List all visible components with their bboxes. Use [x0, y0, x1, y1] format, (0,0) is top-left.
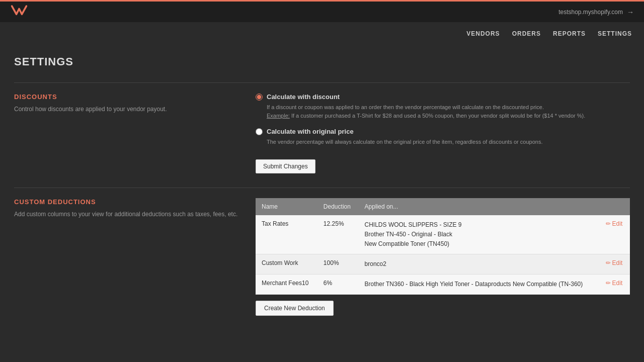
- main-nav: VENDORS ORDERS REPORTS SETTINGS: [0, 22, 644, 45]
- discounts-left: DISCOUNTS Control how discounts are appl…: [14, 93, 246, 173]
- table-header: Name Deduction Applied on...: [256, 198, 630, 215]
- nav-item-settings[interactable]: SETTINGS: [598, 30, 632, 37]
- col-header-applied: Applied on...: [359, 198, 600, 215]
- row-2-edit-button[interactable]: ✏Edit: [606, 259, 623, 266]
- nav-item-orders[interactable]: ORDERS: [512, 30, 541, 37]
- store-url: testshop.myshopify.com: [558, 9, 623, 16]
- table-row: Tax Rates 12.25% CHILDS WOOL SLIPPERS - …: [256, 215, 630, 254]
- row-3-edit-label: Edit: [612, 280, 623, 287]
- row-1-applied-items: CHILDS WOOL SLIPPERS - SIZE 9 Brother TN…: [365, 220, 594, 249]
- row-2-name: Custom Work: [256, 254, 317, 275]
- discounts-section: DISCOUNTS Control how discounts are appl…: [14, 82, 630, 173]
- col-header-actions: [600, 198, 630, 215]
- row-1-edit-button[interactable]: ✏Edit: [606, 220, 623, 227]
- row-3-name: Merchant Fees10: [256, 275, 317, 295]
- row-1-applied-item-0: CHILDS WOOL SLIPPERS - SIZE 9: [365, 220, 594, 230]
- main-content: SETTINGS DISCOUNTS Control how discounts…: [0, 45, 644, 340]
- discount-option-1-desc: If a discount or coupon was applied to a…: [267, 103, 630, 120]
- row-1-applied-item-2: New Compatible Toner (TN450): [365, 239, 594, 249]
- custom-deductions-section: CUSTOM DEDUCTIONS Add custom columns to …: [14, 188, 630, 316]
- create-new-deduction-button[interactable]: Create New Deduction: [256, 301, 334, 316]
- deductions-right: Name Deduction Applied on... Tax Rates 1…: [256, 198, 630, 316]
- page-title: SETTINGS: [14, 55, 630, 68]
- logo: [10, 4, 28, 20]
- pencil-icon-2: ✏: [606, 259, 611, 266]
- col-header-name: Name: [256, 198, 317, 215]
- table-row: Merchant Fees10 6% Brother TN360 - Black…: [256, 275, 630, 295]
- row-3-applied: Brother TN360 - Black High Yield Toner -…: [359, 275, 600, 295]
- row-1-edit-label: Edit: [612, 220, 623, 227]
- discount-radio-1[interactable]: [256, 94, 263, 101]
- row-2-edit-label: Edit: [612, 259, 623, 266]
- row-3-applied-items: Brother TN360 - Black High Yield Toner -…: [365, 280, 594, 289]
- col-header-deduction: Deduction: [317, 198, 359, 215]
- discount-option-1-desc-part2: If a customer purchased a T-Shirt for $2…: [291, 113, 585, 119]
- row-2-deduction: 100%: [317, 254, 359, 275]
- row-1-edit-cell: ✏Edit: [600, 215, 630, 254]
- row-3-deduction: 6%: [317, 275, 359, 295]
- deductions-title: CUSTOM DEDUCTIONS: [14, 198, 246, 206]
- discounts-title: DISCOUNTS: [14, 93, 246, 101]
- discount-option-2-text: Calculate with original price: [267, 128, 354, 135]
- row-1-deduction: 12.25%: [317, 215, 359, 254]
- discount-option-1-text: Calculate with discount: [267, 93, 340, 101]
- discount-option-1: Calculate with discount If a discount or…: [256, 93, 630, 120]
- pencil-icon-3: ✏: [606, 280, 611, 287]
- discounts-description: Control how discounts are applied to you…: [14, 105, 246, 114]
- nav-item-reports[interactable]: REPORTS: [553, 30, 586, 37]
- discount-option-2: Calculate with original price The vendor…: [256, 128, 630, 146]
- discount-option-1-label[interactable]: Calculate with discount: [256, 93, 630, 101]
- deductions-table: Name Deduction Applied on... Tax Rates 1…: [256, 198, 630, 295]
- discount-option-2-desc: The vendor percentage will always calcul…: [267, 138, 630, 146]
- row-3-edit-cell: ✏Edit: [600, 275, 630, 295]
- row-3-applied-item-0: Brother TN360 - Black High Yield Toner -…: [365, 280, 594, 289]
- top-right-info: testshop.myshopify.com →: [558, 8, 634, 16]
- discounts-right: Calculate with discount If a discount or…: [256, 93, 630, 173]
- row-2-edit-cell: ✏Edit: [600, 254, 630, 275]
- top-bar: testshop.myshopify.com →: [0, 0, 644, 22]
- row-3-edit-button[interactable]: ✏Edit: [606, 280, 623, 287]
- nav-item-vendors[interactable]: VENDORS: [466, 30, 500, 37]
- deductions-left: CUSTOM DEDUCTIONS Add custom columns to …: [14, 198, 246, 316]
- deductions-description: Add custom columns to your view for addi…: [14, 210, 246, 219]
- logout-icon[interactable]: →: [627, 8, 634, 16]
- submit-changes-button[interactable]: Submit Changes: [256, 159, 315, 173]
- discount-radio-2[interactable]: [256, 128, 263, 135]
- row-1-applied: CHILDS WOOL SLIPPERS - SIZE 9 Brother TN…: [359, 215, 600, 254]
- create-button-area: Create New Deduction: [256, 301, 630, 316]
- table-row: Custom Work 100% bronco2 ✏Edit: [256, 254, 630, 275]
- row-2-applied-item-0: bronco2: [365, 259, 594, 269]
- discount-option-2-label[interactable]: Calculate with original price: [256, 128, 630, 135]
- discount-option-1-desc-part1: If a discount or coupon was applied to a…: [267, 104, 544, 110]
- row-1-applied-item-1: Brother TN-450 - Original - Black: [365, 230, 594, 239]
- row-1-name: Tax Rates: [256, 215, 317, 254]
- table-body: Tax Rates 12.25% CHILDS WOOL SLIPPERS - …: [256, 215, 630, 295]
- row-2-applied-items: bronco2: [365, 259, 594, 269]
- pencil-icon-1: ✏: [606, 220, 611, 227]
- row-2-applied: bronco2: [359, 254, 600, 275]
- example-label: Example:: [267, 113, 290, 119]
